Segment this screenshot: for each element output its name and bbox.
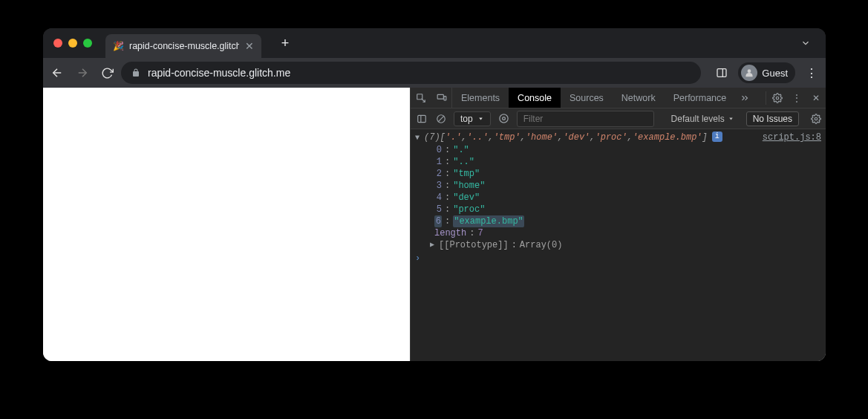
content-area: Elements Console Sources Network Perform… [43,88,826,361]
tab-search-button[interactable] [796,33,815,53]
lock-icon [131,68,140,77]
svg-point-4 [748,69,751,73]
profile-button[interactable]: Guest [738,62,795,83]
toggle-sidebar-button[interactable] [415,114,428,124]
svg-point-14 [500,114,508,123]
array-item-row[interactable]: 1: ".." [430,156,826,168]
svg-rect-6 [437,94,443,99]
address-bar[interactable]: rapid-concise-muscle.glitch.me [121,62,701,84]
svg-marker-16 [729,117,733,120]
array-summary-text: (7) ['.', '..', 'tmp', 'home', 'dev', 'p… [424,131,754,143]
window-controls [53,39,92,48]
array-item-row[interactable]: 2: "tmp" [430,168,826,180]
browser-toolbar: rapid-concise-muscle.glitch.me Guest ⋮ [43,58,826,88]
svg-rect-2 [717,69,726,77]
console-output[interactable]: (7) ['.', '..', 'tmp', 'home', 'dev', 'p… [411,129,826,361]
device-toolbar-button[interactable] [431,88,452,108]
array-item-row[interactable]: 4: "dev" [430,192,826,204]
svg-point-17 [815,117,818,120]
side-panel-button[interactable] [716,67,728,79]
log-levels-selector[interactable]: Default levels [671,114,734,124]
log-array-summary[interactable]: (7) ['.', '..', 'tmp', 'home', 'dev', 'p… [411,131,826,144]
new-tab-button[interactable]: + [275,33,296,53]
url-text: rapid-concise-muscle.glitch.me [148,67,290,79]
svg-marker-13 [479,117,483,120]
expand-caret-icon[interactable] [415,132,420,144]
tab-title: rapid-concise-muscle.glitch.me [129,41,239,51]
devtools-close-button[interactable]: ✕ [806,93,826,103]
tab-bar: 🎉 rapid-concise-muscle.glitch.me ✕ + [43,28,826,58]
minimize-window-button[interactable] [68,39,77,48]
svg-point-8 [776,97,779,100]
prototype-row[interactable]: ▶ [[Prototype]]: Array(0) [411,239,826,251]
close-tab-button[interactable]: ✕ [245,41,254,51]
svg-rect-7 [443,96,446,100]
devtools-settings-button[interactable] [768,93,787,103]
array-expanded-items: 0: "."1: ".."2: "tmp"3: "home"4: "dev"5:… [411,144,826,227]
prototype-caret-icon[interactable]: ▶ [430,239,434,251]
prototype-value: Array(0) [520,239,563,251]
prototype-label: [[Prototype]] [439,239,509,251]
browser-window: 🎉 rapid-concise-muscle.glitch.me ✕ + [43,28,826,361]
context-label: top [460,114,473,124]
info-badge-icon[interactable]: i [712,131,722,142]
devtools-menu-button[interactable]: ⋮ [787,93,806,103]
clear-console-button[interactable] [434,114,448,124]
profile-label: Guest [762,68,788,79]
inspect-element-button[interactable] [411,88,431,108]
console-settings-button[interactable] [811,114,821,124]
avatar-icon [741,65,757,81]
page-viewport[interactable] [43,88,410,361]
live-expression-button[interactable] [497,113,511,124]
browser-menu-button[interactable]: ⋮ [806,66,818,80]
array-length-row[interactable]: length: 7 [411,227,826,239]
tab-favicon-icon: 🎉 [113,41,123,51]
tab-sources[interactable]: Sources [561,88,613,108]
length-key: length [434,227,466,239]
array-item-row[interactable]: 5: "proc" [430,204,826,215]
tab-console[interactable]: Console [509,88,561,108]
tab-network[interactable]: Network [613,88,665,108]
issues-button[interactable]: No Issues [746,111,799,126]
tab-performance[interactable]: Performance [665,88,736,108]
filter-input[interactable] [517,111,654,127]
console-prompt[interactable] [411,251,826,266]
devtools-tab-bar: Elements Console Sources Network Perform… [411,88,826,108]
close-window-button[interactable] [53,39,62,48]
svg-line-12 [438,115,444,121]
back-button[interactable] [50,66,64,79]
array-item-row[interactable]: 6: "example.bmp" [430,215,826,227]
devtools-panel: Elements Console Sources Network Perform… [410,88,826,361]
tab-elements[interactable]: Elements [452,88,509,108]
svg-point-15 [502,117,505,120]
levels-label: Default levels [671,114,725,124]
length-value: 7 [477,227,483,239]
more-tabs-button[interactable] [735,88,754,108]
svg-rect-9 [418,115,426,122]
reload-button[interactable] [101,67,114,79]
maximize-window-button[interactable] [83,39,92,48]
console-toolbar: top Default levels No Issues [411,108,826,129]
browser-tab[interactable]: 🎉 rapid-concise-muscle.glitch.me ✕ [105,34,261,58]
array-item-row[interactable]: 3: "home" [430,180,826,192]
context-selector[interactable]: top [454,111,491,126]
source-link[interactable]: script.js:8 [754,131,821,143]
forward-button[interactable] [76,66,89,79]
array-item-row[interactable]: 0: "." [430,144,826,156]
